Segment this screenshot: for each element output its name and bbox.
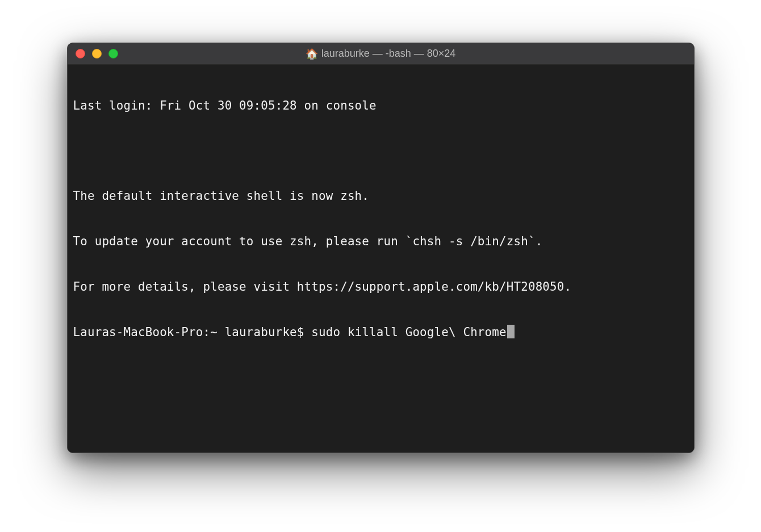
terminal-output-line: For more details, please visit https://s…: [73, 279, 688, 295]
terminal-prompt: Lauras-MacBook-Pro:~ lauraburke$: [73, 325, 312, 340]
terminal-cursor: [507, 325, 515, 338]
terminal-command: sudo killall Google\ Chrome: [311, 325, 506, 340]
terminal-body[interactable]: Last login: Fri Oct 30 09:05:28 on conso…: [68, 65, 694, 453]
terminal-output-line: The default interactive shell is now zsh…: [73, 188, 688, 204]
close-button[interactable]: [76, 49, 85, 58]
title-bar[interactable]: 🏠 lauraburke — -bash — 80×24: [68, 43, 694, 65]
terminal-prompt-line: Lauras-MacBook-Pro:~ lauraburke$ sudo ki…: [73, 325, 688, 340]
terminal-window: 🏠 lauraburke — -bash — 80×24 Last login:…: [67, 43, 695, 453]
window-title: 🏠 lauraburke — -bash — 80×24: [306, 48, 456, 60]
minimize-button[interactable]: [92, 49, 102, 58]
maximize-button[interactable]: [108, 49, 118, 58]
home-icon: 🏠: [306, 49, 318, 59]
traffic-lights: [76, 49, 118, 58]
window-title-text: lauraburke — -bash — 80×24: [321, 48, 456, 60]
terminal-output-line: [73, 144, 688, 158]
terminal-output-line: Last login: Fri Oct 30 09:05:28 on conso…: [73, 98, 688, 114]
terminal-output-line: To update your account to use zsh, pleas…: [73, 234, 688, 249]
